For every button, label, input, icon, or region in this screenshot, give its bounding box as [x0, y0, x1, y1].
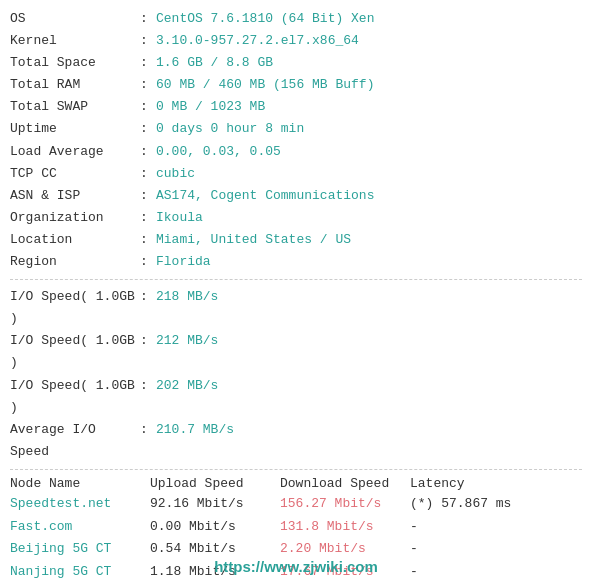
header-latency: Latency [410, 476, 530, 491]
system-value: CentOS 7.6.1810 (64 Bit) Xen [156, 8, 374, 30]
system-value: 1.6 GB / 8.8 GB [156, 52, 273, 74]
system-value: AS174, Cogent Communications [156, 185, 374, 207]
system-row: Kernel : 3.10.0-957.27.2.el7.x86_64 [10, 30, 582, 52]
download-speed: 131.8 Mbit/s [280, 516, 410, 539]
latency-value: - [410, 538, 530, 561]
system-value: 0 days 0 hour 8 min [156, 118, 304, 140]
colon: : [140, 185, 156, 207]
colon: : [140, 419, 156, 463]
system-label: Total RAM [10, 74, 140, 96]
system-value: 0 MB / 1023 MB [156, 96, 265, 118]
system-value: 60 MB / 460 MB (156 MB Buff) [156, 74, 374, 96]
colon: : [140, 229, 156, 251]
io-value: 218 MB/s [156, 286, 218, 330]
latency-value: - [410, 516, 530, 539]
header-upload: Upload Speed [150, 476, 280, 491]
upload-speed: 92.16 Mbit/s [150, 493, 280, 516]
io-value: 212 MB/s [156, 330, 218, 374]
system-row: Total SWAP : 0 MB / 1023 MB [10, 96, 582, 118]
io-row: I/O Speed( 1.0GB ) : 218 MB/s [10, 286, 582, 330]
upload-speed: 1.18 Mbit/s [150, 561, 280, 584]
colon: : [140, 30, 156, 52]
system-row: ASN & ISP : AS174, Cogent Communications [10, 185, 582, 207]
io-label: I/O Speed( 1.0GB ) [10, 330, 140, 374]
system-label: ASN & ISP [10, 185, 140, 207]
io-value: 202 MB/s [156, 375, 218, 419]
system-row: TCP CC : cubic [10, 163, 582, 185]
network-row: Nanjing 5G CT 1.18 Mbit/s 17.67 Mbit/s - [10, 561, 582, 584]
download-speed: 17.67 Mbit/s [280, 561, 410, 584]
io-label: Average I/O Speed [10, 419, 140, 463]
colon: : [140, 52, 156, 74]
system-row: Region : Florida [10, 251, 582, 273]
system-value: 0.00, 0.03, 0.05 [156, 141, 281, 163]
system-value: Ikoula [156, 207, 203, 229]
network-row: Speedtest.net 92.16 Mbit/s 156.27 Mbit/s… [10, 493, 582, 516]
header-download: Download Speed [280, 476, 410, 491]
system-label: Organization [10, 207, 140, 229]
system-label: OS [10, 8, 140, 30]
io-info: I/O Speed( 1.0GB ) : 218 MB/s I/O Speed(… [10, 286, 582, 463]
system-row: Organization : Ikoula [10, 207, 582, 229]
download-speed: 2.20 Mbit/s [280, 538, 410, 561]
system-row: Load Average : 0.00, 0.03, 0.05 [10, 141, 582, 163]
system-row: Total Space : 1.6 GB / 8.8 GB [10, 52, 582, 74]
system-label: Region [10, 251, 140, 273]
latency-value: - [410, 561, 530, 584]
node-name: Fast.com [10, 516, 150, 539]
system-label: Load Average [10, 141, 140, 163]
io-label: I/O Speed( 1.0GB ) [10, 375, 140, 419]
colon: : [140, 251, 156, 273]
colon: : [140, 96, 156, 118]
colon: : [140, 330, 156, 374]
io-row: I/O Speed( 1.0GB ) : 202 MB/s [10, 375, 582, 419]
io-value: 210.7 MB/s [156, 419, 234, 463]
system-row: Uptime : 0 days 0 hour 8 min [10, 118, 582, 140]
colon: : [140, 8, 156, 30]
node-name: Speedtest.net [10, 493, 150, 516]
colon: : [140, 286, 156, 330]
colon: : [140, 141, 156, 163]
colon: : [140, 163, 156, 185]
upload-speed: 0.54 Mbit/s [150, 538, 280, 561]
system-value: 3.10.0-957.27.2.el7.x86_64 [156, 30, 359, 52]
network-header: Node Name Upload Speed Download Speed La… [10, 476, 582, 491]
colon: : [140, 118, 156, 140]
network-row: Fast.com 0.00 Mbit/s 131.8 Mbit/s - [10, 516, 582, 539]
io-row: I/O Speed( 1.0GB ) : 212 MB/s [10, 330, 582, 374]
network-info: Node Name Upload Speed Download Speed La… [10, 476, 582, 585]
header-node: Node Name [10, 476, 150, 491]
download-speed: 156.27 Mbit/s [280, 493, 410, 516]
divider-1 [10, 279, 582, 280]
latency-value: (*) 57.867 ms [410, 493, 530, 516]
system-label: Uptime [10, 118, 140, 140]
network-row: Beijing 5G CT 0.54 Mbit/s 2.20 Mbit/s - [10, 538, 582, 561]
system-label: Total SWAP [10, 96, 140, 118]
colon: : [140, 74, 156, 96]
system-label: Kernel [10, 30, 140, 52]
colon: : [140, 207, 156, 229]
system-row: Total RAM : 60 MB / 460 MB (156 MB Buff) [10, 74, 582, 96]
system-value: Miami, United States / US [156, 229, 351, 251]
system-label: Location [10, 229, 140, 251]
system-info: OS : CentOS 7.6.1810 (64 Bit) Xen Kernel… [10, 8, 582, 273]
io-label: I/O Speed( 1.0GB ) [10, 286, 140, 330]
system-row: Location : Miami, United States / US [10, 229, 582, 251]
colon: : [140, 375, 156, 419]
io-row: Average I/O Speed : 210.7 MB/s [10, 419, 582, 463]
system-value: cubic [156, 163, 195, 185]
node-name: Beijing 5G CT [10, 538, 150, 561]
system-value: Florida [156, 251, 211, 273]
divider-2 [10, 469, 582, 470]
upload-speed: 0.00 Mbit/s [150, 516, 280, 539]
system-row: OS : CentOS 7.6.1810 (64 Bit) Xen [10, 8, 582, 30]
system-label: Total Space [10, 52, 140, 74]
system-label: TCP CC [10, 163, 140, 185]
node-name: Nanjing 5G CT [10, 561, 150, 584]
